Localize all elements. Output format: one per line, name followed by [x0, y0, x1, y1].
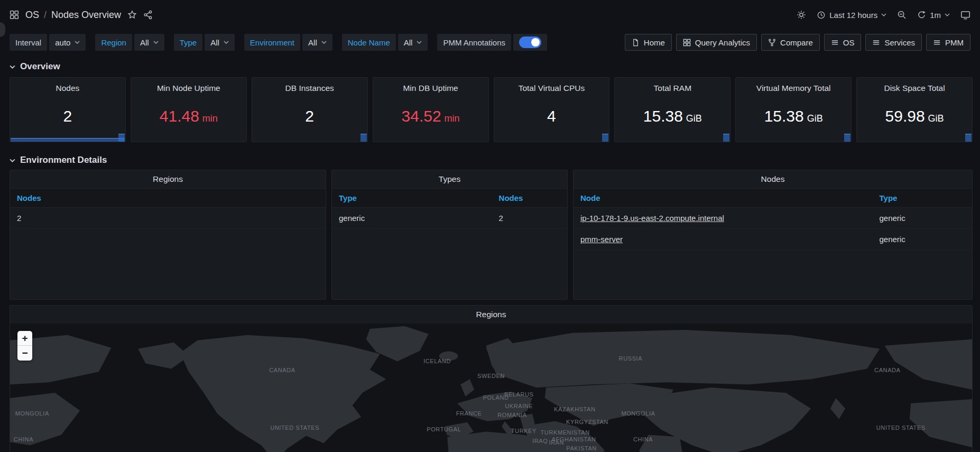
- stat-value: 4: [494, 107, 609, 125]
- region-select[interactable]: All: [134, 34, 164, 51]
- stat-value: 15.38GiB: [615, 107, 730, 125]
- breadcrumb-separator: /: [44, 10, 47, 21]
- section-overview[interactable]: Overview: [0, 55, 980, 77]
- table-row: ip-10-178-1-9.us-east-2.compute.internal…: [574, 208, 972, 229]
- panel-title: Min Node Uptime: [131, 78, 246, 93]
- nodes-table: Node Type ip-10-178-1-9.us-east-2.comput…: [574, 188, 972, 250]
- chevron-down-icon: [321, 41, 327, 44]
- pmm-annotations-toggle[interactable]: [519, 36, 541, 48]
- types-table-panel: Types Type Nodes generic 2: [331, 170, 568, 300]
- panel-title: Total RAM: [615, 78, 730, 93]
- nodes-table-panel: Nodes Node Type ip-10-178-1-9.us-east-2.…: [573, 170, 973, 300]
- column-header-nodes[interactable]: Nodes: [492, 189, 567, 208]
- apps-icon[interactable]: [10, 10, 19, 20]
- link-compare[interactable]: Compare: [761, 34, 820, 51]
- panel-title: Regions: [10, 170, 326, 188]
- top-navbar: OS / Nodes Overview Last 1: [0, 0, 980, 30]
- link-os-label: OS: [843, 38, 855, 47]
- zoom-in-button[interactable]: +: [17, 331, 32, 346]
- chevron-down-icon: [75, 41, 80, 44]
- stat-panel-min-node-uptime[interactable]: Min Node Uptime 41.48min: [131, 77, 247, 142]
- panel-title: Nodes: [574, 170, 972, 188]
- link-os[interactable]: OS: [824, 34, 862, 51]
- overview-stats-row: Nodes 2 Min Node Uptime 41.48min DB Inst…: [0, 77, 980, 142]
- stat-value: 15.38GiB: [736, 107, 851, 125]
- panel-title: Min DB Uptime: [373, 78, 488, 93]
- panel-title: DB Instances: [252, 78, 367, 93]
- filter-type: Type All: [174, 34, 235, 51]
- node-name-value: All: [404, 38, 413, 47]
- share-icon[interactable]: [143, 10, 153, 20]
- node-name-select[interactable]: All: [398, 34, 428, 51]
- cell-type: generic: [873, 208, 973, 229]
- type-value: All: [210, 38, 219, 47]
- zoom-out-time-icon[interactable]: [897, 10, 907, 20]
- chevron-down-icon: [417, 41, 422, 44]
- link-pmm[interactable]: PMM: [926, 34, 970, 51]
- link-home-label: Home: [644, 38, 665, 47]
- sparkline: [602, 134, 608, 142]
- world-map-landmass: [10, 324, 972, 452]
- chevron-down-icon: [945, 13, 950, 16]
- column-header-node[interactable]: Node: [574, 189, 873, 208]
- world-map[interactable]: RUSSIA CANADA ICELAND SWEDEN BELARUS POL…: [10, 324, 972, 452]
- stat-panel-disk-space-total[interactable]: Disk Space Total 59.98GiB: [856, 77, 973, 142]
- pmm-annotations-toggle-wrap: [513, 34, 547, 51]
- type-select[interactable]: All: [205, 34, 235, 51]
- time-range-picker[interactable]: Last 12 hours: [817, 11, 886, 20]
- tv-mode-icon[interactable]: [960, 10, 970, 20]
- column-header-nodes[interactable]: Nodes: [10, 189, 326, 208]
- column-header-type[interactable]: Type: [332, 189, 492, 208]
- breadcrumb-folder[interactable]: OS: [25, 10, 39, 21]
- environment-select[interactable]: All: [302, 34, 332, 51]
- chevron-down-icon: [881, 13, 886, 16]
- regions-map-panel: Regions: [10, 305, 973, 452]
- node-link[interactable]: pmm-server: [580, 235, 623, 244]
- panel-title: Nodes: [10, 78, 125, 93]
- cell-type: generic: [873, 229, 973, 250]
- dashboard-links: Home Query Analytics Compare OS: [625, 34, 970, 51]
- stat-panel-nodes[interactable]: Nodes 2: [10, 77, 126, 142]
- stat-panel-db-instances[interactable]: DB Instances 2: [252, 77, 368, 142]
- panel-title: Total Virtual CPUs: [494, 78, 609, 93]
- stat-panel-total-virtual-cpus[interactable]: Total Virtual CPUs 4: [494, 77, 610, 142]
- chevron-down-icon: [224, 41, 229, 44]
- refresh-icon: [917, 11, 926, 20]
- stat-panel-min-db-uptime[interactable]: Min DB Uptime 34.52min: [373, 77, 489, 142]
- section-environment-details[interactable]: Environment Details: [0, 142, 980, 170]
- menu-icon: [872, 39, 880, 47]
- region-value: All: [140, 38, 149, 47]
- types-table: Type Nodes generic 2: [332, 188, 567, 229]
- panel-title: Virtual Memory Total: [736, 78, 851, 93]
- column-header-type[interactable]: Type: [873, 189, 973, 208]
- link-services-label: Services: [884, 38, 915, 47]
- zoom-out-button[interactable]: −: [17, 346, 32, 361]
- filter-environment: Environment All: [244, 34, 332, 51]
- sparkline: [844, 134, 850, 142]
- sparkline-bump: [118, 134, 125, 142]
- interval-select[interactable]: auto: [49, 34, 86, 51]
- link-services[interactable]: Services: [865, 34, 922, 51]
- map-zoom-control: + −: [17, 331, 32, 361]
- menu-icon: [933, 39, 941, 47]
- stat-panel-total-ram[interactable]: Total RAM 15.38GiB: [614, 77, 731, 142]
- refresh-button[interactable]: 1m: [917, 11, 950, 20]
- sparkline: [965, 134, 972, 142]
- stat-panel-virtual-memory-total[interactable]: Virtual Memory Total 15.38GiB: [735, 77, 852, 142]
- cell-nodes-count: 2: [10, 208, 326, 229]
- pmm-annotations-label: PMM Annotations: [437, 34, 511, 51]
- dashboard-settings-gear-icon[interactable]: [797, 10, 806, 20]
- link-home[interactable]: Home: [625, 34, 672, 51]
- grid-icon: [683, 39, 691, 47]
- link-query-analytics-label: Query Analytics: [695, 38, 750, 47]
- panel-title: Disk Space Total: [857, 78, 972, 93]
- toggle-knob: [531, 38, 540, 47]
- filter-interval: Interval auto: [10, 34, 86, 51]
- clock-icon: [817, 11, 826, 20]
- star-icon[interactable]: [127, 10, 137, 20]
- panel-title: Types: [332, 170, 567, 188]
- table-row: 2: [10, 208, 326, 229]
- document-icon: [632, 39, 640, 47]
- node-link[interactable]: ip-10-178-1-9.us-east-2.compute.internal: [580, 214, 724, 223]
- link-query-analytics[interactable]: Query Analytics: [676, 34, 757, 51]
